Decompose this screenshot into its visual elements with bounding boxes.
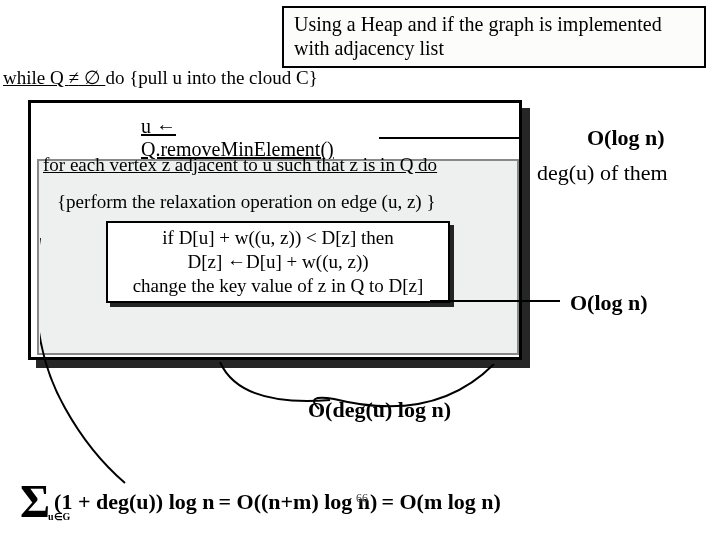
if-line-2: D[z] ←D[u] + w((u, z)) — [112, 250, 444, 274]
final-body: (1 + deg(u)) log n — [54, 489, 214, 515]
while-prefix: while Q — [3, 67, 68, 88]
complexity-inner-loop: O(deg(u) log n) — [308, 397, 451, 423]
if-line-3: change the key value of z in Q to D[z] — [112, 274, 444, 298]
perform-line: {perform the relaxation operation on edg… — [57, 191, 517, 213]
complexity-relax: O(log n) — [570, 290, 648, 316]
if-line-1: if D[u] + w((u, z)) < D[z] then — [112, 226, 444, 250]
sigma-subscript: u∈G — [48, 511, 70, 522]
complexity-remove: O(log n) — [587, 125, 665, 151]
final-eq1: = O((n+m) log n) — [219, 489, 378, 515]
callout-text: Using a Heap and if the graph is impleme… — [294, 13, 662, 59]
pointer-to-remove-complexity — [379, 137, 519, 139]
final-eq2: = O(m log n) — [381, 489, 500, 515]
empty-set-symbol: ∅ — [79, 67, 106, 88]
final-complexity-line: Σu∈G (1 + deg(u)) log n = O((n+m) log n)… — [20, 475, 501, 528]
sigma-symbol: Σu∈G — [20, 475, 50, 528]
while-line: while Q ≠ ∅ do {pull u into the cloud C} — [3, 66, 318, 89]
for-each-line: for each vertex z adjacent to u such tha… — [39, 153, 517, 177]
callout-box: Using a Heap and if the graph is impleme… — [282, 6, 706, 68]
neq-symbol: ≠ — [68, 67, 78, 88]
while-suffix: do {pull u into the cloud C} — [105, 67, 317, 88]
pointer-to-relax-complexity — [430, 300, 560, 302]
slide-number: 66 — [356, 491, 368, 506]
complexity-deg-count: deg(u) of them — [537, 160, 668, 186]
brace-connector-3 — [40, 238, 160, 498]
